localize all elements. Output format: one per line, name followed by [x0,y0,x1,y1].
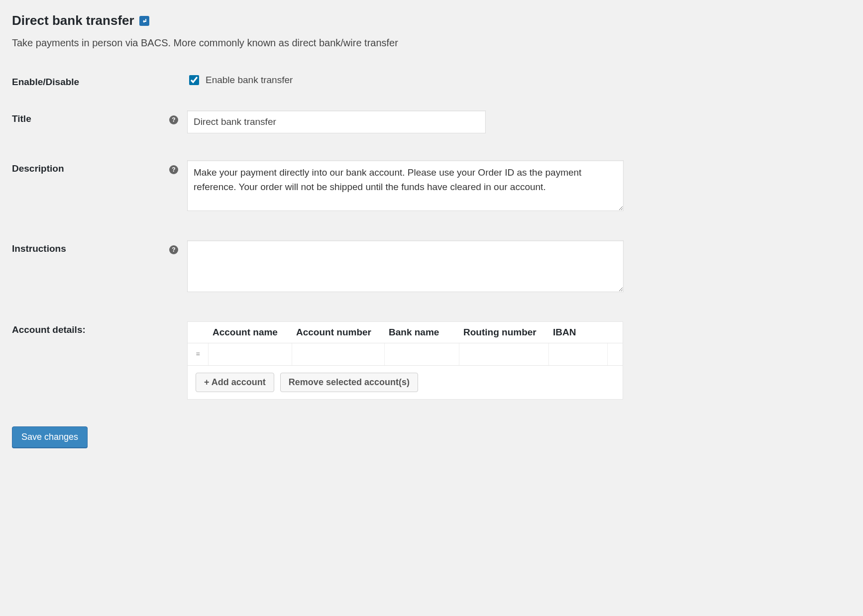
label-enable: Enable/Disable [12,77,79,88]
row-enable: Enable/Disable Enable bank transfer [12,74,632,88]
row-account-details: Account details: Account name Account nu… [12,321,632,400]
account-name-input[interactable] [211,345,290,363]
row-title: Title ? [12,110,632,133]
enable-checkbox[interactable] [189,75,199,85]
table-row: ≡ [188,343,623,366]
remove-account-button[interactable]: Remove selected account(s) [280,373,418,392]
row-instructions: Instructions ? [12,240,632,295]
title-input[interactable] [187,110,486,133]
col-iban: IBAN [549,322,608,343]
col-account-name: Account name [209,322,292,343]
label-account-details: Account details: [12,324,86,335]
page-subtitle: Take payments in person via BACS. More c… [12,37,632,49]
enable-checkbox-label: Enable bank transfer [206,75,293,86]
instructions-textarea[interactable] [187,240,624,292]
return-arrow-icon[interactable] [139,16,149,26]
row-description: Description ? Make your payment directly… [12,160,632,213]
col-account-number: Account number [292,322,385,343]
iban-input[interactable] [551,345,605,363]
help-icon[interactable]: ? [169,115,178,124]
account-details-header: Account name Account number Bank name Ro… [188,322,623,343]
label-instructions: Instructions [12,243,66,254]
page-title: Direct bank transfer [12,13,632,28]
drag-handle-icon[interactable]: ≡ [188,343,209,365]
account-details-table: Account name Account number Bank name Ro… [187,321,623,400]
description-textarea[interactable]: Make your payment directly into our bank… [187,160,624,211]
page-title-text: Direct bank transfer [12,13,134,28]
label-description: Description [12,163,64,174]
add-account-button[interactable]: + Add account [196,373,274,392]
help-icon[interactable]: ? [169,245,178,254]
col-bank-name: Bank name [385,322,459,343]
col-routing-number: Routing number [459,322,549,343]
save-changes-button[interactable]: Save changes [12,426,88,448]
routing-number-input[interactable] [461,345,546,363]
help-icon[interactable]: ? [169,165,178,174]
enable-checkbox-wrap[interactable]: Enable bank transfer [187,74,632,87]
label-title: Title [12,113,31,124]
submit-row: Save changes [12,426,632,448]
bank-name-input[interactable] [387,345,457,363]
account-details-footer: + Add account Remove selected account(s) [188,366,623,399]
account-number-input[interactable] [294,345,382,363]
